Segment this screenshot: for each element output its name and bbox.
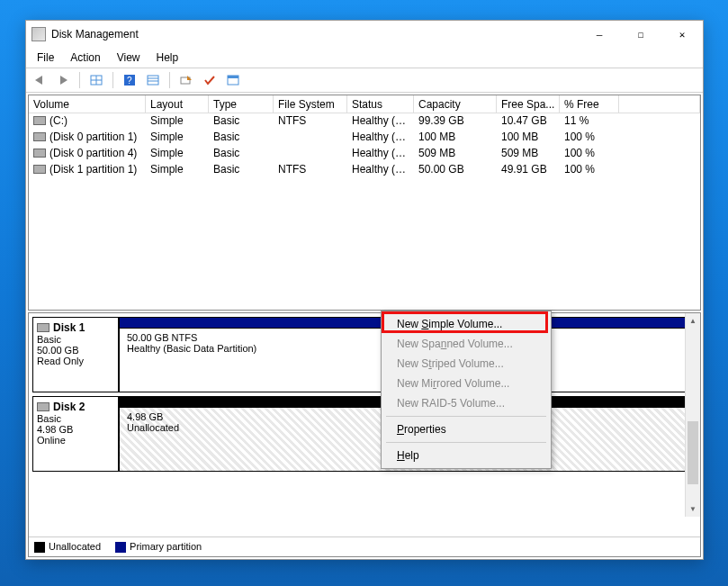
volume-icon — [33, 132, 46, 141]
disk-size: 4.98 GB — [37, 424, 73, 435]
volume-icon — [33, 165, 46, 174]
legend-primary: Primary partition — [130, 541, 202, 552]
menu-action[interactable]: Action — [63, 50, 107, 66]
disk-state: Online — [37, 435, 66, 446]
volume-list-header: Volume Layout Type File System Status Ca… — [29, 95, 700, 113]
volume-icon — [33, 116, 46, 125]
ctx-properties[interactable]: Properties — [384, 419, 548, 439]
svg-marker-11 — [187, 76, 192, 80]
disk-icon — [37, 402, 49, 411]
minimize-button[interactable]: — — [579, 21, 620, 48]
col-freespace[interactable]: Free Spa... — [497, 95, 560, 113]
disk-icon — [37, 323, 49, 332]
table-row[interactable]: (Disk 0 partition 1)SimpleBasicHealthy (… — [29, 130, 700, 146]
forward-button[interactable] — [53, 70, 73, 90]
menu-help[interactable]: Help — [149, 50, 186, 66]
disk-type: Basic — [37, 334, 61, 345]
disk-info[interactable]: Disk 1 Basic 50.00 GB Read Only — [32, 317, 119, 392]
disk-state: Read Only — [37, 356, 84, 366]
menubar: File Action View Help — [26, 48, 703, 68]
svg-rect-13 — [228, 76, 238, 78]
ctx-new-spanned-volume: New Spanned Volume... — [384, 334, 548, 354]
vertical-scrollbar[interactable]: ▲ ▼ — [685, 313, 700, 517]
volume-list: Volume Layout Type File System Status Ca… — [28, 95, 701, 311]
svg-text:?: ? — [127, 76, 132, 86]
toolbar-window-icon[interactable] — [223, 70, 243, 90]
disk-row: Disk 1 Basic 50.00 GB Read Only 50.00 GB… — [32, 317, 697, 392]
disk-graphical-view: Disk 1 Basic 50.00 GB Read Only 50.00 GB… — [28, 312, 701, 557]
legend-unallocated: Unallocated — [49, 541, 101, 552]
ctx-new-raid5-volume: New RAID-5 Volume... — [384, 393, 548, 413]
scroll-down-button[interactable]: ▼ — [686, 501, 700, 517]
disk-row: Disk 2 Basic 4.98 GB Online 4.98 GB Unal… — [32, 396, 697, 472]
col-status[interactable]: Status — [347, 95, 414, 113]
app-icon — [31, 27, 46, 41]
window: Disk Management — ☐ ✕ File Action View H… — [25, 20, 704, 560]
scroll-thumb[interactable] — [688, 421, 698, 484]
disk-title: Disk 2 — [53, 401, 85, 413]
toolbar-action1-icon[interactable] — [176, 70, 196, 90]
disk-info[interactable]: Disk 2 Basic 4.98 GB Online — [32, 396, 119, 472]
svg-rect-7 — [148, 76, 158, 85]
disk-type: Basic — [37, 413, 61, 424]
maximize-button[interactable]: ☐ — [620, 21, 661, 48]
titlebar: Disk Management — ☐ ✕ — [26, 21, 703, 48]
col-capacity[interactable]: Capacity — [414, 95, 497, 113]
disk-title: Disk 1 — [53, 321, 85, 334]
ctx-new-mirrored-volume: New Mirrored Volume... — [384, 374, 548, 393]
col-layout[interactable]: Layout — [146, 95, 209, 113]
ctx-new-striped-volume: New Striped Volume... — [384, 354, 548, 374]
svg-marker-1 — [60, 76, 67, 85]
table-row[interactable]: (Disk 1 partition 1)SimpleBasicNTFSHealt… — [29, 162, 700, 178]
close-button[interactable]: ✕ — [661, 21, 703, 48]
menu-file[interactable]: File — [30, 50, 61, 66]
toolbar-grid-icon[interactable] — [86, 70, 106, 90]
context-menu: New Simple Volume... New Spanned Volume.… — [381, 311, 552, 469]
ctx-help[interactable]: Help — [384, 446, 548, 465]
menu-view[interactable]: View — [110, 50, 148, 66]
disk-size: 50.00 GB — [37, 345, 78, 356]
legend: Unallocated Primary partition — [29, 536, 700, 556]
table-row[interactable]: (C:)SimpleBasicNTFSHealthy (B...99.39 GB… — [29, 113, 700, 130]
toolbar-list-icon[interactable] — [143, 70, 163, 90]
scroll-up-button[interactable]: ▲ — [686, 313, 700, 329]
toolbar: ? — [26, 68, 703, 93]
table-row[interactable]: (Disk 0 partition 4)SimpleBasicHealthy (… — [29, 146, 700, 162]
volume-icon — [33, 149, 46, 158]
back-button[interactable] — [30, 70, 49, 90]
col-type[interactable]: Type — [209, 95, 274, 113]
col-pctfree[interactable]: % Free — [560, 95, 619, 113]
window-title: Disk Management — [51, 28, 579, 41]
toolbar-check-icon[interactable] — [200, 70, 220, 90]
col-volume[interactable]: Volume — [29, 95, 146, 113]
col-filesystem[interactable]: File System — [274, 95, 347, 113]
svg-marker-0 — [35, 76, 42, 85]
col-spare[interactable] — [619, 95, 700, 113]
ctx-new-simple-volume[interactable]: New Simple Volume... — [384, 314, 548, 334]
help-icon[interactable]: ? — [120, 70, 139, 90]
